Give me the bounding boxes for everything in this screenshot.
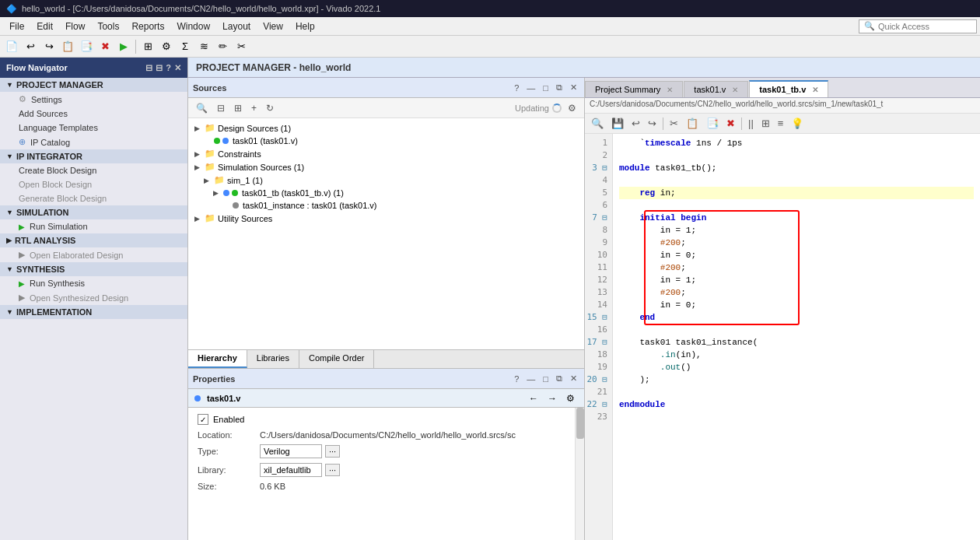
ed-comment-button[interactable]: || [745,117,757,130]
code-line-22[interactable]: endmodule [619,398,974,411]
code-line-10[interactable]: in = 0; [619,249,974,261]
props-minimize-icon[interactable]: — [524,373,537,384]
enabled-checkbox[interactable] [198,414,208,425]
ed-paste-button[interactable]: 📑 [703,117,722,130]
props-scroll-thumb[interactable] [576,408,584,439]
ed-search-button[interactable]: 🔍 [588,117,607,130]
nav-collapse-icon[interactable]: ⊟ [156,63,163,73]
ed-bulb-button[interactable]: 💡 [788,117,807,130]
menu-tools[interactable]: Tools [91,19,125,33]
type-browse-button[interactable]: ··· [325,445,340,458]
library-select[interactable]: xil_defaultlib [260,463,322,477]
src-search-button[interactable]: 🔍 [193,102,211,114]
nav-section-project-manager-header[interactable]: ▼ PROJECT MANAGER [0,78,187,92]
type-select[interactable]: Verilog [260,444,322,458]
code-line-2[interactable] [619,149,974,162]
src-collapse-button[interactable]: ⊟ [214,102,228,114]
nav-help-icon[interactable]: ? [166,63,171,73]
menu-flow[interactable]: Flow [59,19,91,33]
tab-libraries[interactable]: Libraries [247,350,299,368]
hierarchy-button[interactable]: ⊞ [139,38,156,55]
props-help-icon[interactable]: ? [512,373,521,384]
code-line-16[interactable] [619,324,974,336]
src-settings-button[interactable]: ⚙ [565,102,579,114]
nav-language-templates[interactable]: Language Templates [0,121,187,135]
tab-task01-v[interactable]: task01.v ✕ [684,81,748,97]
tab-hierarchy[interactable]: Hierarchy [188,350,247,368]
code-line-18[interactable]: .in(in), [619,349,974,361]
code-line-12[interactable]: in = 1; [619,274,974,286]
ed-stop-button[interactable]: ✖ [723,117,738,130]
nav-open-elaborated-design[interactable]: ▶ Open Elaborated Design [0,247,187,262]
ed-save-button[interactable]: 💾 [608,117,627,130]
sources-maximize-icon[interactable]: □ [541,82,551,93]
code-line-17[interactable]: task01 task01_instance( [619,336,974,349]
sources-float-icon[interactable]: ⧉ [554,82,565,93]
nav-generate-block-design[interactable]: Generate Block Design [0,191,187,205]
src-expand-button[interactable]: ⊞ [231,102,245,114]
nav-run-simulation[interactable]: ▶ Run Simulation [0,219,187,233]
new-file-button[interactable]: 📄 [3,38,20,55]
props-float-icon[interactable]: ⧉ [554,373,565,384]
nav-ip-catalog[interactable]: ⊕ IP Catalog [0,135,187,149]
code-line-8[interactable]: in = 1; [619,224,974,237]
nav-section-impl-header[interactable]: ▼ IMPLEMENTATION [0,305,187,319]
tab-project-summary-close-icon[interactable]: ✕ [667,86,673,94]
nav-open-block-design[interactable]: Open Block Design [0,177,187,191]
code-line-5[interactable]: reg in; [619,187,974,199]
tool5-button[interactable]: ≋ [195,38,212,55]
quick-access-input[interactable] [878,22,971,31]
code-line-21[interactable] [619,386,974,398]
menu-edit[interactable]: Edit [30,19,59,33]
tree-task01-tb[interactable]: ▶ task01_tb (task01_tb.v) (1) [188,187,584,199]
tool6-button[interactable]: ✏ [214,38,231,55]
nav-create-block-design[interactable]: Create Block Design [0,163,187,177]
undo-button[interactable]: ↩ [22,38,39,55]
tab-compile-order[interactable]: Compile Order [299,350,375,368]
sum-button[interactable]: Σ [177,38,194,55]
code-line-4[interactable] [619,174,974,187]
tab-task01-close-icon[interactable]: ✕ [732,86,738,94]
props-maximize-icon[interactable]: □ [541,373,551,384]
code-line-15[interactable]: end [619,311,974,324]
nav-open-synthesized-design[interactable]: ▶ Open Synthesized Design [0,290,187,305]
library-browse-button[interactable]: ··· [325,464,340,476]
code-line-20[interactable]: ); [619,373,974,386]
run-button[interactable]: ▶ [115,38,132,55]
sources-help-icon[interactable]: ? [512,82,521,93]
tab-task01-tb-v[interactable]: task01_tb.v ✕ [749,80,828,97]
tree-design-sources[interactable]: ▶ 📁 Design Sources (1) [188,121,584,135]
ed-undo-button[interactable]: ↩ [628,117,643,130]
src-refresh-button[interactable]: ↻ [263,102,277,114]
nav-section-synth-header[interactable]: ▼ SYNTHESIS [0,262,187,276]
code-line-23[interactable] [619,411,974,423]
props-close-icon[interactable]: ✕ [568,373,579,384]
menu-help[interactable]: Help [289,19,321,33]
tool7-button[interactable]: ✂ [233,38,250,55]
ed-list-button[interactable]: ≡ [775,117,787,130]
copy-button[interactable]: 📋 [59,38,76,55]
sources-close-icon[interactable]: ✕ [568,82,579,93]
redo-button[interactable]: ↪ [40,38,58,55]
code-content-wrapper[interactable]: `timescale 1ns / 1psmodule task01_tb(); … [613,134,980,540]
code-content[interactable]: `timescale 1ns / 1psmodule task01_tb(); … [613,134,980,540]
settings-button[interactable]: ⚙ [158,38,175,55]
src-add-button[interactable]: + [248,102,260,114]
nav-run-synthesis[interactable]: ▶ Run Synthesis [0,276,187,290]
stop-button[interactable]: ✖ [96,38,114,55]
tree-sim1[interactable]: ▶ 📁 sim_1 (1) [188,174,584,187]
tab-project-summary[interactable]: Project Summary ✕ [585,81,683,97]
nav-close-icon[interactable]: ✕ [174,63,181,73]
menu-window[interactable]: Window [170,19,216,33]
nav-add-sources[interactable]: Add Sources [0,107,187,121]
props-forward-icon[interactable]: → [544,392,560,405]
ed-cut-button[interactable]: ✂ [667,117,681,130]
menu-reports[interactable]: Reports [125,19,170,33]
props-settings-icon[interactable]: ⚙ [563,392,578,405]
code-line-7[interactable]: initial begin [619,212,974,224]
code-line-19[interactable]: .out() [619,361,974,373]
ed-redo-button[interactable]: ↪ [645,117,660,130]
tree-constraints[interactable]: ▶ 📁 Constraints [188,147,584,160]
nav-pin-icon[interactable]: ⊟ [145,63,152,73]
code-line-9[interactable]: #200; [619,237,974,249]
